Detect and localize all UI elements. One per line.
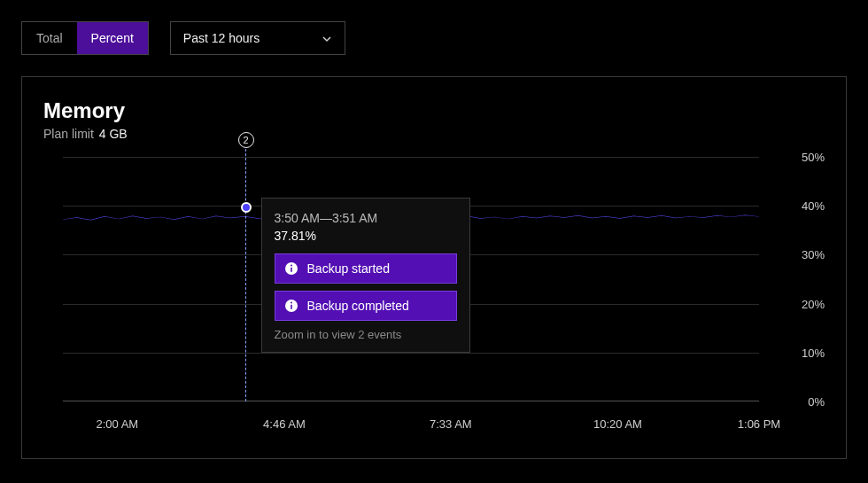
chevron-down-icon [322, 33, 332, 43]
y-tick-label: 50% [771, 151, 825, 164]
x-tick-label: 2:00 AM [96, 417, 138, 431]
tooltip-event-label: Backup started [307, 261, 390, 276]
svg-rect-1 [291, 268, 292, 272]
event-marker-line[interactable]: 2 [245, 144, 246, 401]
x-axis: 2:00 AM4:46 AM7:33 AM10:20 AM1:06 PM [63, 410, 759, 437]
chart-tooltip: 3:50 AM—3:51 AM 37.81% Backup started Ba… [261, 198, 470, 353]
tooltip-event-label: Backup completed [307, 299, 409, 313]
plan-limit-label: Plan limit [43, 127, 94, 141]
y-tick-label: 40% [771, 199, 825, 213]
x-tick-label: 7:33 AM [430, 417, 472, 431]
tab-percent[interactable]: Percent [77, 22, 148, 54]
y-tick-label: 0% [771, 395, 825, 409]
event-count-badge[interactable]: 2 [238, 132, 254, 148]
time-range-dropdown[interactable]: Past 12 hours [170, 21, 345, 55]
plan-limit-value: 4 GB [99, 127, 128, 141]
y-tick-label: 10% [771, 346, 825, 359]
tab-total[interactable]: Total [22, 22, 77, 54]
x-tick-label: 10:20 AM [593, 417, 642, 431]
tooltip-value: 37.81% [275, 229, 457, 243]
panel-title: Memory [43, 98, 825, 123]
tooltip-event-backup-completed[interactable]: Backup completed [275, 291, 457, 321]
tooltip-time-range: 3:50 AM—3:51 AM [275, 211, 457, 225]
info-icon [284, 299, 298, 313]
chart-plot[interactable]: 2 3:50 AM—3:51 AM 37.81% Backup started … [63, 157, 759, 401]
chart-area[interactable]: 2 3:50 AM—3:51 AM 37.81% Backup started … [43, 157, 825, 437]
view-mode-toggle: Total Percent [21, 21, 149, 55]
svg-point-2 [291, 265, 292, 267]
tooltip-event-backup-started[interactable]: Backup started [275, 253, 457, 284]
event-marker-dot [241, 202, 252, 213]
time-range-selected: Past 12 hours [183, 31, 260, 45]
svg-point-5 [291, 302, 292, 304]
plan-limit: Plan limit4 GB [43, 127, 825, 141]
info-icon [284, 261, 298, 276]
memory-chart-panel: Memory Plan limit4 GB 2 3:50 AM—3:51 AM … [21, 76, 847, 459]
x-tick-label: 4:46 AM [263, 417, 306, 431]
x-tick-label: 1:06 PM [738, 417, 780, 431]
svg-rect-4 [291, 305, 292, 309]
tooltip-zoom-hint: Zoom in to view 2 events [275, 328, 457, 341]
y-tick-label: 20% [771, 297, 825, 310]
y-tick-label: 30% [771, 248, 825, 261]
